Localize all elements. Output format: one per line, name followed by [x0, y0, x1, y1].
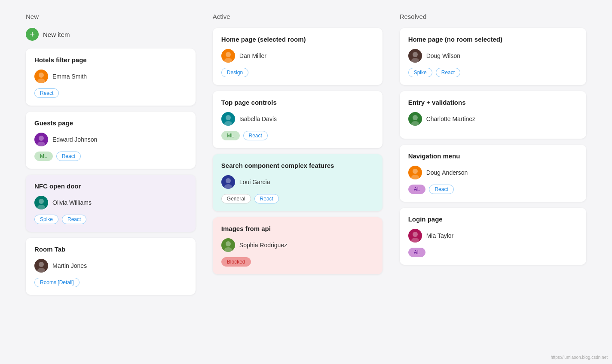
- card-title: Login page: [408, 215, 578, 223]
- card-user: Sophia Rodriguez: [221, 238, 374, 252]
- svg-point-4: [39, 199, 44, 204]
- column-active: Active Home page (selected room) Dan Mil…: [213, 13, 382, 280]
- card-user: Isabella Davis: [221, 112, 374, 126]
- svg-point-3: [37, 142, 45, 146]
- card-user: Olivia Williams: [34, 196, 187, 209]
- user-name: Doug Wilson: [426, 52, 460, 59]
- avatar: [408, 49, 422, 63]
- card-title: Entry + validations: [408, 99, 578, 106]
- svg-point-18: [413, 115, 418, 120]
- user-name: Mia Taylor: [426, 232, 454, 239]
- svg-point-8: [226, 52, 231, 57]
- card-user: Edward Johnson: [34, 133, 187, 146]
- tag-react[interactable]: React: [243, 131, 268, 140]
- svg-point-7: [37, 268, 45, 273]
- svg-point-1: [37, 79, 45, 83]
- card-user: Dan Miller: [221, 49, 374, 63]
- user-name: Loui Garcia: [239, 179, 270, 185]
- new-cards-list: Hotels filter page Emma SmithReactGuests…: [26, 49, 196, 295]
- svg-point-13: [224, 184, 232, 189]
- avatar: [221, 112, 235, 126]
- card-title: Home page (no room selected): [408, 36, 578, 43]
- svg-point-2: [39, 136, 44, 141]
- card-title: Room Tab: [34, 246, 187, 253]
- active-cards-list: Home page (selected room) Dan MillerDesi…: [213, 28, 382, 274]
- card-user: Loui Garcia: [221, 175, 374, 189]
- new-item-button[interactable]: + New item: [26, 28, 70, 41]
- column-resolved-title: Resolved: [400, 13, 586, 20]
- user-name: Edward Johnson: [52, 136, 97, 143]
- card-title: Home page (selected room): [221, 36, 374, 43]
- svg-point-22: [413, 232, 418, 237]
- user-name: Isabella Davis: [239, 115, 277, 122]
- card-room-tab[interactable]: Room Tab Martin JonesRooms [Detail]: [26, 238, 196, 295]
- card-user: Charlotte Martinez: [408, 112, 578, 126]
- tag-react[interactable]: React: [34, 88, 59, 98]
- svg-point-10: [226, 115, 231, 120]
- avatar: [408, 229, 422, 243]
- new-item-label: New item: [43, 31, 70, 38]
- card-tags: Blocked: [221, 257, 374, 267]
- card-title: Navigation menu: [408, 152, 578, 160]
- card-tags: Rooms [Detail]: [34, 278, 187, 287]
- card-tags: AL: [408, 248, 578, 257]
- avatar: [221, 175, 235, 189]
- tag-al[interactable]: AL: [408, 185, 426, 194]
- card-entry-validations[interactable]: Entry + validations Charlotte Martinez: [400, 91, 586, 139]
- watermark: https://lumiaoon.blog.csdn.net: [551, 355, 608, 360]
- tag-react[interactable]: React: [254, 194, 279, 203]
- tag-blocked[interactable]: Blocked: [221, 257, 251, 267]
- svg-point-20: [413, 169, 418, 174]
- tag-react[interactable]: React: [56, 152, 81, 161]
- card-login-page[interactable]: Login page Mia TaylorAL: [400, 208, 586, 265]
- tag-al[interactable]: AL: [408, 248, 426, 257]
- svg-point-21: [411, 175, 419, 179]
- card-tags: SpikeReact: [408, 68, 578, 77]
- tag-react[interactable]: React: [429, 185, 453, 194]
- card-title: NFC open door: [34, 182, 187, 190]
- card-user: Doug Anderson: [408, 166, 578, 179]
- card-tags: MLReact: [34, 152, 187, 161]
- card-nfc-open-door[interactable]: NFC open door Olivia WilliamsSpikeReact: [26, 175, 196, 232]
- tag-ml[interactable]: ML: [221, 131, 240, 140]
- plus-icon: +: [26, 28, 39, 41]
- card-navigation-menu[interactable]: Navigation menu Doug AndersonALReact: [400, 145, 586, 202]
- svg-point-12: [226, 178, 231, 183]
- kanban-board: New + New item Hotels filter page Emma S…: [26, 13, 586, 301]
- card-tags: SpikeReact: [34, 215, 187, 224]
- card-search-complex[interactable]: Search component complex features Loui G…: [213, 154, 382, 211]
- tag-general[interactable]: General: [221, 194, 251, 203]
- resolved-cards-list: Home page (no room selected) Doug Wilson…: [400, 28, 586, 265]
- card-top-page-controls[interactable]: Top page controls Isabella DavisMLReact: [213, 91, 382, 148]
- card-title: Hotels filter page: [34, 56, 187, 64]
- card-images-api[interactable]: Images from api Sophia RodriguezBlocked: [213, 217, 382, 274]
- svg-point-17: [411, 58, 419, 63]
- tag-spike[interactable]: Spike: [34, 215, 58, 224]
- tag-design[interactable]: Design: [221, 68, 248, 77]
- card-title: Guests page: [34, 119, 187, 127]
- svg-point-0: [39, 73, 44, 78]
- tag-rooms-[detail][interactable]: Rooms [Detail]: [34, 278, 80, 287]
- column-resolved: Resolved Home page (no room selected) Do…: [400, 13, 586, 271]
- user-name: Dan Miller: [239, 52, 266, 59]
- card-title: Top page controls: [221, 99, 374, 106]
- avatar: [408, 112, 422, 126]
- card-tags: ALReact: [408, 185, 578, 194]
- tag-react[interactable]: React: [62, 215, 86, 224]
- card-home-no-room[interactable]: Home page (no room selected) Doug Wilson…: [400, 28, 586, 85]
- card-guests-page[interactable]: Guests page Edward JohnsonMLReact: [26, 112, 196, 169]
- tag-ml[interactable]: ML: [34, 152, 53, 161]
- user-name: Martin Jones: [52, 262, 87, 269]
- svg-point-6: [39, 262, 44, 267]
- user-name: Olivia Williams: [52, 199, 92, 206]
- column-new: New + New item Hotels filter page Emma S…: [26, 13, 196, 301]
- tag-spike[interactable]: Spike: [408, 68, 432, 77]
- avatar: [34, 196, 48, 209]
- card-user: Martin Jones: [34, 259, 187, 273]
- card-home-selected[interactable]: Home page (selected room) Dan MillerDesi…: [213, 28, 382, 85]
- card-title: Search component complex features: [221, 162, 374, 169]
- tag-react[interactable]: React: [436, 68, 460, 77]
- card-hotels-filter[interactable]: Hotels filter page Emma SmithReact: [26, 49, 196, 106]
- card-tags: GeneralReact: [221, 194, 374, 203]
- user-name: Charlotte Martinez: [426, 115, 475, 122]
